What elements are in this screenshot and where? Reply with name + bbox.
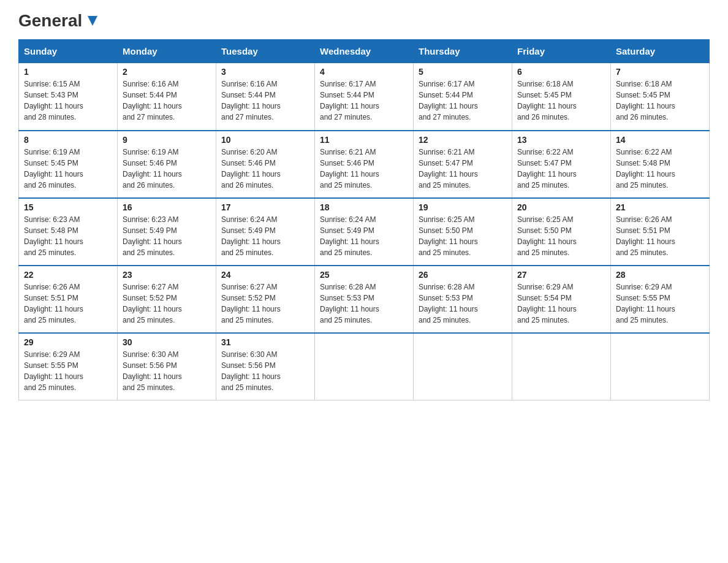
day-number: 2 xyxy=(123,67,211,77)
svg-marker-0 xyxy=(88,16,97,26)
day-number: 28 xyxy=(616,270,704,280)
day-info: Sunrise: 6:18 AMSunset: 5:45 PMDaylight:… xyxy=(517,79,605,123)
calendar-cell: 28Sunrise: 6:29 AMSunset: 5:55 PMDayligh… xyxy=(611,266,710,333)
calendar-cell xyxy=(512,333,611,400)
day-number: 4 xyxy=(320,67,408,77)
day-number: 15 xyxy=(24,202,112,212)
day-info: Sunrise: 6:18 AMSunset: 5:45 PMDaylight:… xyxy=(616,79,704,123)
calendar-table: SundayMondayTuesdayWednesdayThursdayFrid… xyxy=(18,39,710,400)
calendar-cell: 18Sunrise: 6:24 AMSunset: 5:49 PMDayligh… xyxy=(315,198,414,266)
calendar-cell: 10Sunrise: 6:20 AMSunset: 5:46 PMDayligh… xyxy=(216,131,315,198)
column-header-friday: Friday xyxy=(512,40,611,63)
calendar-cell: 8Sunrise: 6:19 AMSunset: 5:45 PMDaylight… xyxy=(19,131,118,198)
logo-general: General xyxy=(18,12,97,29)
day-number: 19 xyxy=(419,202,507,212)
day-number: 18 xyxy=(320,202,408,212)
calendar-cell: 27Sunrise: 6:29 AMSunset: 5:54 PMDayligh… xyxy=(512,266,611,333)
day-info: Sunrise: 6:23 AMSunset: 5:49 PMDaylight:… xyxy=(123,214,211,258)
calendar-cell xyxy=(315,333,414,400)
day-number: 23 xyxy=(123,270,211,280)
day-info: Sunrise: 6:15 AMSunset: 5:43 PMDaylight:… xyxy=(24,79,112,123)
day-number: 9 xyxy=(123,135,211,145)
day-number: 21 xyxy=(616,202,704,212)
calendar-cell: 5Sunrise: 6:17 AMSunset: 5:44 PMDaylight… xyxy=(414,63,512,131)
calendar-cell: 23Sunrise: 6:27 AMSunset: 5:52 PMDayligh… xyxy=(118,266,216,333)
calendar-cell: 7Sunrise: 6:18 AMSunset: 5:45 PMDaylight… xyxy=(611,63,710,131)
calendar-cell: 21Sunrise: 6:26 AMSunset: 5:51 PMDayligh… xyxy=(611,198,710,266)
calendar-week-row: 8Sunrise: 6:19 AMSunset: 5:45 PMDaylight… xyxy=(19,131,710,198)
day-info: Sunrise: 6:29 AMSunset: 5:55 PMDaylight:… xyxy=(24,349,112,393)
day-info: Sunrise: 6:28 AMSunset: 5:53 PMDaylight:… xyxy=(419,282,507,326)
calendar-cell: 1Sunrise: 6:15 AMSunset: 5:43 PMDaylight… xyxy=(19,63,118,131)
calendar-cell: 24Sunrise: 6:27 AMSunset: 5:52 PMDayligh… xyxy=(216,266,315,333)
calendar-cell: 26Sunrise: 6:28 AMSunset: 5:53 PMDayligh… xyxy=(414,266,512,333)
day-number: 24 xyxy=(221,270,309,280)
day-info: Sunrise: 6:22 AMSunset: 5:48 PMDaylight:… xyxy=(616,147,704,191)
day-info: Sunrise: 6:20 AMSunset: 5:46 PMDaylight:… xyxy=(221,147,309,191)
day-number: 1 xyxy=(24,67,112,77)
day-info: Sunrise: 6:19 AMSunset: 5:46 PMDaylight:… xyxy=(123,147,211,191)
day-number: 11 xyxy=(320,135,408,145)
day-info: Sunrise: 6:30 AMSunset: 5:56 PMDaylight:… xyxy=(123,349,211,393)
day-number: 10 xyxy=(221,135,309,145)
column-header-sunday: Sunday xyxy=(19,40,118,63)
day-info: Sunrise: 6:22 AMSunset: 5:47 PMDaylight:… xyxy=(517,147,605,191)
calendar-cell: 9Sunrise: 6:19 AMSunset: 5:46 PMDaylight… xyxy=(118,131,216,198)
day-number: 7 xyxy=(616,67,704,77)
day-number: 3 xyxy=(221,67,309,77)
day-info: Sunrise: 6:30 AMSunset: 5:56 PMDaylight:… xyxy=(221,349,309,393)
day-number: 16 xyxy=(123,202,211,212)
calendar-cell: 6Sunrise: 6:18 AMSunset: 5:45 PMDaylight… xyxy=(512,63,611,131)
calendar-cell: 17Sunrise: 6:24 AMSunset: 5:49 PMDayligh… xyxy=(216,198,315,266)
column-header-thursday: Thursday xyxy=(414,40,512,63)
calendar-cell: 12Sunrise: 6:21 AMSunset: 5:47 PMDayligh… xyxy=(414,131,512,198)
calendar-cell: 16Sunrise: 6:23 AMSunset: 5:49 PMDayligh… xyxy=(118,198,216,266)
day-number: 29 xyxy=(24,337,112,347)
day-info: Sunrise: 6:16 AMSunset: 5:44 PMDaylight:… xyxy=(221,79,309,123)
day-info: Sunrise: 6:24 AMSunset: 5:49 PMDaylight:… xyxy=(221,214,309,258)
day-number: 13 xyxy=(517,135,605,145)
calendar-cell: 2Sunrise: 6:16 AMSunset: 5:44 PMDaylight… xyxy=(118,63,216,131)
day-info: Sunrise: 6:21 AMSunset: 5:46 PMDaylight:… xyxy=(320,147,408,191)
day-number: 31 xyxy=(221,337,309,347)
calendar-cell: 30Sunrise: 6:30 AMSunset: 5:56 PMDayligh… xyxy=(118,333,216,400)
calendar-week-row: 15Sunrise: 6:23 AMSunset: 5:48 PMDayligh… xyxy=(19,198,710,266)
calendar-cell: 31Sunrise: 6:30 AMSunset: 5:56 PMDayligh… xyxy=(216,333,315,400)
day-info: Sunrise: 6:21 AMSunset: 5:47 PMDaylight:… xyxy=(419,147,507,191)
calendar-cell: 25Sunrise: 6:28 AMSunset: 5:53 PMDayligh… xyxy=(315,266,414,333)
day-number: 26 xyxy=(419,270,507,280)
calendar-cell xyxy=(414,333,512,400)
calendar-cell: 20Sunrise: 6:25 AMSunset: 5:50 PMDayligh… xyxy=(512,198,611,266)
calendar-cell: 19Sunrise: 6:25 AMSunset: 5:50 PMDayligh… xyxy=(414,198,512,266)
day-info: Sunrise: 6:24 AMSunset: 5:49 PMDaylight:… xyxy=(320,214,408,258)
day-info: Sunrise: 6:25 AMSunset: 5:50 PMDaylight:… xyxy=(419,214,507,258)
day-info: Sunrise: 6:17 AMSunset: 5:44 PMDaylight:… xyxy=(320,79,408,123)
column-header-saturday: Saturday xyxy=(611,40,710,63)
day-number: 12 xyxy=(419,135,507,145)
calendar-cell: 13Sunrise: 6:22 AMSunset: 5:47 PMDayligh… xyxy=(512,131,611,198)
day-info: Sunrise: 6:16 AMSunset: 5:44 PMDaylight:… xyxy=(123,79,211,123)
calendar-cell: 11Sunrise: 6:21 AMSunset: 5:46 PMDayligh… xyxy=(315,131,414,198)
day-info: Sunrise: 6:19 AMSunset: 5:45 PMDaylight:… xyxy=(24,147,112,191)
logo: General xyxy=(18,12,97,27)
day-info: Sunrise: 6:29 AMSunset: 5:55 PMDaylight:… xyxy=(616,282,704,326)
day-number: 17 xyxy=(221,202,309,212)
day-number: 22 xyxy=(24,270,112,280)
calendar-cell: 29Sunrise: 6:29 AMSunset: 5:55 PMDayligh… xyxy=(19,333,118,400)
day-number: 25 xyxy=(320,270,408,280)
calendar-cell: 4Sunrise: 6:17 AMSunset: 5:44 PMDaylight… xyxy=(315,63,414,131)
calendar-week-row: 22Sunrise: 6:26 AMSunset: 5:51 PMDayligh… xyxy=(19,266,710,333)
day-info: Sunrise: 6:26 AMSunset: 5:51 PMDaylight:… xyxy=(616,214,704,258)
calendar-week-row: 1Sunrise: 6:15 AMSunset: 5:43 PMDaylight… xyxy=(19,63,710,131)
calendar-cell: 22Sunrise: 6:26 AMSunset: 5:51 PMDayligh… xyxy=(19,266,118,333)
column-header-wednesday: Wednesday xyxy=(315,40,414,63)
calendar-cell: 15Sunrise: 6:23 AMSunset: 5:48 PMDayligh… xyxy=(19,198,118,266)
day-number: 5 xyxy=(419,67,507,77)
day-number: 27 xyxy=(517,270,605,280)
column-header-monday: Monday xyxy=(118,40,216,63)
day-info: Sunrise: 6:25 AMSunset: 5:50 PMDaylight:… xyxy=(517,214,605,258)
column-header-tuesday: Tuesday xyxy=(216,40,315,63)
day-number: 8 xyxy=(24,135,112,145)
day-number: 14 xyxy=(616,135,704,145)
day-info: Sunrise: 6:29 AMSunset: 5:54 PMDaylight:… xyxy=(517,282,605,326)
